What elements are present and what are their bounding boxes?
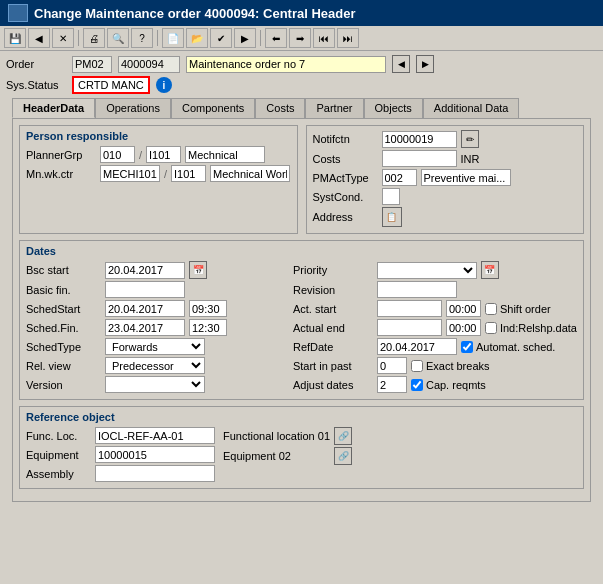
sched-fin-time[interactable] — [189, 319, 227, 336]
mn-wk-ctr-name[interactable] — [210, 165, 290, 182]
sched-fin-label: Sched.Fin. — [26, 322, 101, 334]
tb-save-btn[interactable]: 💾 — [4, 28, 26, 48]
automat-sched-checkbox[interactable] — [461, 341, 473, 353]
shift-order-checkbox[interactable] — [485, 303, 497, 315]
tb-back-btn[interactable]: ◀ — [28, 28, 50, 48]
start-in-past-field[interactable] — [377, 357, 407, 374]
pmact-code[interactable] — [382, 169, 417, 186]
equipment-desc: Equipment 02 — [223, 450, 291, 462]
tb-execute-btn[interactable]: ▶ — [234, 28, 256, 48]
order-nav-next[interactable]: ▶ — [416, 55, 434, 73]
rel-view-select[interactable]: Predecessor — [105, 357, 205, 374]
tab-headerdata[interactable]: HeaderData — [12, 98, 95, 118]
notifctn-field[interactable] — [382, 131, 457, 148]
order-label: Order — [6, 58, 66, 70]
tb-open-btn[interactable]: 📂 — [186, 28, 208, 48]
ref-date-field[interactable] — [377, 338, 457, 355]
act-start-field[interactable] — [377, 300, 442, 317]
tab-partner[interactable]: Partner — [305, 98, 363, 118]
rel-view-label: Rel. view — [26, 360, 101, 372]
act-start-row: Act. start Shift order — [293, 300, 577, 317]
person-responsible-title: Person responsible — [26, 130, 291, 142]
actual-end-field[interactable] — [377, 319, 442, 336]
order-description-field[interactable] — [186, 56, 386, 73]
tb-last-btn[interactable]: ⏭ — [337, 28, 359, 48]
tb-prev-btn[interactable]: ⬅ — [265, 28, 287, 48]
tb-check-btn[interactable]: ✔ — [210, 28, 232, 48]
planner-grp-plant[interactable] — [146, 146, 181, 163]
tab-objects[interactable]: Objects — [364, 98, 423, 118]
syscond-label: SystCond. — [313, 191, 378, 203]
equipment-nav-icon[interactable]: 🔗 — [334, 447, 352, 465]
slash2: / — [164, 168, 167, 180]
mn-wk-ctr-code[interactable] — [100, 165, 160, 182]
planner-grp-name[interactable] — [185, 146, 265, 163]
version-select[interactable] — [105, 376, 205, 393]
tab-components[interactable]: Components — [171, 98, 255, 118]
bsc-start-cal-icon[interactable]: 📅 — [189, 261, 207, 279]
equipment-field[interactable] — [95, 446, 215, 463]
cap-reqmts-cb-row: Cap. reqmts — [411, 379, 486, 391]
actual-end-time[interactable] — [446, 319, 481, 336]
shift-order-cb-row: Shift order — [485, 303, 551, 315]
tab-additional-data[interactable]: Additional Data — [423, 98, 520, 118]
ref-obj-columns: Func. Loc. Equipment Assembly Functional — [26, 427, 577, 484]
sched-start-label: SchedStart — [26, 303, 101, 315]
adjust-dates-field[interactable] — [377, 376, 407, 393]
order-nav-prev[interactable]: ◀ — [392, 55, 410, 73]
order-type-field[interactable] — [72, 56, 112, 73]
tb-exit-btn[interactable]: ✕ — [52, 28, 74, 48]
sched-type-select[interactable]: Forwards Backwards — [105, 338, 205, 355]
planner-grp-code[interactable] — [100, 146, 135, 163]
start-in-past-label: Start in past — [293, 360, 373, 372]
assembly-field[interactable] — [95, 465, 215, 482]
sched-fin-field[interactable] — [105, 319, 185, 336]
info-icon[interactable]: i — [156, 77, 172, 93]
tb-help-btn[interactable]: ? — [131, 28, 153, 48]
address-row: Address 📋 — [313, 207, 578, 227]
planner-grp-label: PlannerGrp — [26, 149, 96, 161]
act-start-time[interactable] — [446, 300, 481, 317]
revision-field[interactable] — [377, 281, 457, 298]
tab-content: Person responsible PlannerGrp / Mn.wk.ct… — [12, 118, 591, 502]
notifctn-label: Notifctn — [313, 133, 378, 145]
actual-end-row: Actual end Ind:Relshp.data — [293, 319, 577, 336]
tb-new-btn[interactable]: 📄 — [162, 28, 184, 48]
bsc-start-label: Bsc start — [26, 264, 101, 276]
notifctn-edit-icon[interactable]: ✏ — [461, 130, 479, 148]
exact-breaks-checkbox[interactable] — [411, 360, 423, 372]
order-number-field[interactable] — [118, 56, 180, 73]
ref-obj-left: Func. Loc. Equipment Assembly — [26, 427, 215, 484]
func-loc-desc-row: Functional location 01 🔗 — [223, 427, 352, 445]
costs-unit: INR — [461, 153, 480, 165]
tb-find-btn[interactable]: 🔍 — [107, 28, 129, 48]
tb-next-btn[interactable]: ➡ — [289, 28, 311, 48]
syscond-field[interactable] — [382, 188, 400, 205]
notifctn-row: Notifctn ✏ — [313, 130, 578, 148]
sched-start-row: SchedStart — [26, 300, 285, 317]
syscond-row: SystCond. — [313, 188, 578, 205]
mn-wk-ctr-plant[interactable] — [171, 165, 206, 182]
tab-operations[interactable]: Operations — [95, 98, 171, 118]
sys-status-value: CRTD MANC — [72, 76, 150, 94]
priority-select[interactable] — [377, 262, 477, 279]
tab-costs[interactable]: Costs — [255, 98, 305, 118]
func-loc-nav-icon[interactable]: 🔗 — [334, 427, 352, 445]
slash1: / — [139, 149, 142, 161]
func-loc-field[interactable] — [95, 427, 215, 444]
cap-reqmts-checkbox[interactable] — [411, 379, 423, 391]
planner-grp-row: PlannerGrp / — [26, 146, 291, 163]
basic-fin-field[interactable] — [105, 281, 185, 298]
sched-start-time[interactable] — [189, 300, 227, 317]
pmact-name[interactable] — [421, 169, 511, 186]
form-area: Order ◀ ▶ Sys.Status CRTD MANC i HeaderD… — [0, 51, 603, 506]
address-icon[interactable]: 📋 — [382, 207, 402, 227]
sched-type-row: SchedType Forwards Backwards — [26, 338, 285, 355]
tb-print-btn[interactable]: 🖨 — [83, 28, 105, 48]
bsc-start-field[interactable] — [105, 262, 185, 279]
priority-cal-icon[interactable]: 📅 — [481, 261, 499, 279]
ind-relshp-checkbox[interactable] — [485, 322, 497, 334]
costs-field[interactable] — [382, 150, 457, 167]
tb-first-btn[interactable]: ⏮ — [313, 28, 335, 48]
sched-start-field[interactable] — [105, 300, 185, 317]
